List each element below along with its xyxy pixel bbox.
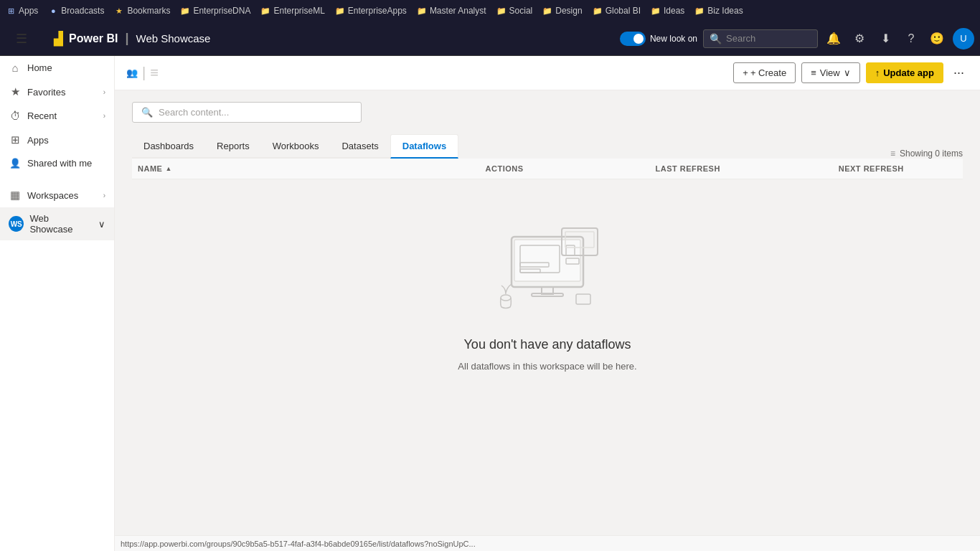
bookmark-bizideas[interactable]: 📁 Biz Ideas: [694, 6, 743, 16]
favorites-icon: ★: [9, 85, 22, 98]
tabs-area: Dashboards Reports Workbooks Datasets Da…: [132, 134, 963, 159]
sidebar: ⌂ Home ★ Favorites › ⏱ Recent › ⊞ Apps 👤…: [0, 56, 115, 551]
content-area: 🔍 Dashboards Reports Workbooks Dat: [115, 90, 980, 535]
col-header-name: NAME ▲: [132, 164, 413, 173]
empty-illustration: [483, 222, 612, 323]
folder-icon: 📁: [180, 6, 190, 16]
sidebar-item-home[interactable]: ⌂ Home: [0, 56, 114, 80]
tabs-row: Dashboards Reports Workbooks Datasets Da…: [132, 134, 458, 159]
bookmark-ideas[interactable]: 📁 Ideas: [651, 6, 684, 16]
sidebar-item-workspaces[interactable]: ▦ Workspaces ›: [0, 183, 114, 207]
hamburger-menu[interactable]: ☰: [6, 22, 37, 55]
plus-icon: +: [743, 67, 748, 78]
settings-icon[interactable]: ⚙: [849, 29, 870, 49]
download-icon[interactable]: ⬇: [875, 29, 895, 49]
view-icon: ≡: [811, 67, 816, 78]
user-avatar[interactable]: U: [953, 28, 974, 50]
sort-asc-icon: ▲: [165, 165, 171, 172]
tab-dashboards[interactable]: Dashboards: [132, 135, 205, 159]
sidebar-label-recent: Recent: [27, 110, 57, 121]
sidebar-label-favorites: Favorites: [27, 87, 65, 98]
bookmark-enterpriseapps[interactable]: 📁 EnterpriseApps: [335, 6, 407, 16]
tab-datasets[interactable]: Datasets: [330, 135, 390, 159]
bookmarks-star-icon: ★: [114, 6, 124, 16]
folder-icon: 📁: [593, 6, 603, 16]
folder-icon: 📁: [496, 6, 507, 16]
sidebar-item-favorites[interactable]: ★ Favorites ›: [0, 80, 114, 104]
sidebar-item-apps[interactable]: ⊞ Apps: [0, 128, 114, 152]
sidebar-label-workspaces: Workspaces: [27, 190, 78, 201]
people-icon: 👥: [126, 67, 138, 78]
bookmarks-bar: ⊞ Apps ● Broadcasts ★ Bookmarks 📁 Enterp…: [0, 0, 980, 22]
recent-icon: ⏱: [9, 110, 22, 122]
bookmark-globalbi[interactable]: 📁 Global BI: [593, 6, 641, 16]
tab-workbooks[interactable]: Workbooks: [261, 135, 331, 159]
app-logo: Power BI | Web Showcase: [47, 31, 210, 47]
bookmark-bookmarks[interactable]: ★ Bookmarks: [114, 6, 170, 16]
app-name: Power BI: [69, 32, 118, 45]
create-button[interactable]: + + Create: [733, 62, 796, 83]
content-search-box[interactable]: 🔍: [132, 102, 362, 123]
folder-icon: 📁: [542, 6, 552, 16]
header: ☰ Power BI | Web Showcase New look on 🔍 …: [0, 22, 980, 56]
update-app-button[interactable]: ↑ Update app: [866, 62, 943, 83]
workspace-avatar: WS: [9, 216, 24, 232]
update-icon: ↑: [875, 67, 880, 78]
toolbar: 👥 | ≡ + + Create ≡ View ∨ ↑ Update app ·…: [115, 56, 980, 90]
workspace-name: Web Showcase: [136, 32, 211, 44]
global-search-box[interactable]: 🔍: [703, 29, 818, 48]
folder-icon: 📁: [417, 6, 427, 16]
sidebar-item-recent[interactable]: ⏱ Recent ›: [0, 104, 114, 128]
bookmark-enterprisedna[interactable]: 📁 EnterpriseDNA: [180, 6, 250, 16]
bookmark-enterpriseml[interactable]: 📁 EnterpriseML: [260, 6, 324, 16]
folder-icon: 📁: [260, 6, 270, 16]
main-content: 👥 | ≡ + + Create ≡ View ∨ ↑ Update app ·…: [115, 56, 980, 551]
status-url: https://app.powerbi.com/groups/90c9b5a5-…: [121, 540, 476, 548]
sidebar-item-shared[interactable]: 👤 Shared with me: [0, 152, 114, 174]
bookmark-social[interactable]: 📁 Social: [496, 6, 533, 16]
help-icon[interactable]: ?: [901, 29, 921, 49]
sidebar-label-web-showcase: Web Showcase: [29, 213, 93, 235]
tab-reports[interactable]: Reports: [205, 135, 261, 159]
bookmark-broadcasts[interactable]: ● Broadcasts: [48, 6, 104, 16]
bookmark-design[interactable]: 📁 Design: [542, 6, 582, 16]
feedback-icon[interactable]: 🙂: [927, 29, 947, 49]
table-header: NAME ▲ ACTIONS LAST REFRESH NEXT REFRESH: [132, 159, 963, 179]
sidebar-label-home: Home: [27, 62, 52, 73]
search-icon: 🔍: [710, 33, 722, 44]
view-button[interactable]: ≡ View ∨: [801, 62, 860, 83]
empty-title: You don't have any dataflows: [464, 337, 631, 352]
svg-point-11: [501, 295, 511, 301]
col-header-actions: ACTIONS: [413, 164, 596, 173]
list-view-icon: ≡: [890, 149, 895, 159]
bookmark-masteranalyst[interactable]: 📁 Master Analyst: [417, 6, 486, 16]
col-header-last-refresh: LAST REFRESH: [596, 164, 780, 173]
empty-state: You don't have any dataflows All dataflo…: [132, 179, 963, 415]
status-bar: https://app.powerbi.com/groups/90c9b5a5-…: [115, 535, 980, 551]
svg-rect-12: [576, 294, 590, 304]
main-layout: ⌂ Home ★ Favorites › ⏱ Recent › ⊞ Apps 👤…: [0, 56, 980, 551]
apps-grid-icon: ⊞: [6, 6, 16, 16]
content-search-input[interactable]: [159, 107, 352, 118]
more-options-icon[interactable]: ···: [949, 62, 969, 83]
folder-icon: 📁: [335, 6, 345, 16]
powerbi-icon: [47, 31, 63, 47]
new-look-toggle-wrap: New look on: [620, 32, 697, 46]
folder-icon: 📁: [651, 6, 661, 16]
workspaces-icon: ▦: [9, 189, 22, 202]
home-icon: ⌂: [9, 62, 22, 74]
sidebar-label-apps: Apps: [27, 135, 49, 146]
tab-dataflows[interactable]: Dataflows: [390, 134, 458, 159]
apps-icon: ⊞: [9, 133, 22, 146]
new-look-toggle[interactable]: [620, 32, 646, 46]
search-input[interactable]: [726, 33, 811, 44]
chevron-right-icon: ›: [103, 112, 105, 120]
header-right: New look on 🔍 🔔 ⚙ ⬇ ? 🙂 U: [620, 28, 974, 50]
chevron-right-icon: ›: [103, 192, 105, 199]
sidebar-item-web-showcase[interactable]: WS Web Showcase ∨: [0, 207, 114, 240]
bookmark-apps[interactable]: ⊞ Apps: [6, 6, 38, 16]
chevron-right-icon: ›: [103, 88, 105, 96]
notifications-icon[interactable]: 🔔: [824, 29, 844, 49]
showing-count: ≡ Showing 0 items: [890, 149, 963, 159]
chevron-down-icon: ∨: [844, 67, 851, 78]
